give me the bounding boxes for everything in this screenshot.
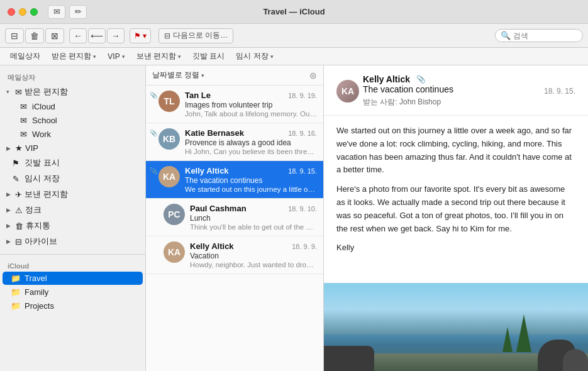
list-item[interactable]: 📎 TL Tan Le 18. 9. 19. Images from volun… <box>146 86 323 123</box>
sidebar-family-label: Family <box>25 287 138 297</box>
move-to-junk-button[interactable]: ⊠ <box>45 28 64 43</box>
sidebar-trash-label: 휴지통 <box>26 220 50 231</box>
flag-button[interactable]: ⚑ ▾ <box>130 28 151 43</box>
sidebar-sent[interactable]: ▶ ✈ 보낸 편지함 <box>3 187 143 202</box>
minimize-button[interactable] <box>19 8 26 16</box>
sidebar-item-travel[interactable]: 📁 Travel <box>3 272 143 285</box>
trash-icon: 🗑 <box>15 221 23 231</box>
search-input[interactable] <box>513 31 577 40</box>
sidebar-travel-label: Travel <box>25 274 138 283</box>
message-date: 18. 9. 19. <box>288 92 317 99</box>
sidebar-item-projects[interactable]: 📁 Projects <box>3 299 143 313</box>
triangle-down-icon: ▾ <box>6 89 13 95</box>
triangle-right-icon: ▶ <box>6 223 13 229</box>
sidebar-archive-label: 아카이브 <box>25 236 57 247</box>
message-content: Katie Bernasek 18. 9. 16. Provence is al… <box>185 128 317 155</box>
forward-button[interactable]: → <box>107 28 125 43</box>
avatar: TL <box>158 91 180 112</box>
list-header: 날짜별로 정렬 ▾ ⊜ <box>146 65 323 86</box>
sidebar: 메일상자 ▾ ✉ 받은 편지함 ✉ iCloud ✉ School ✉ Work… <box>0 65 146 371</box>
app-body: 메일상자 ▾ ✉ 받은 편지함 ✉ iCloud ✉ School ✉ Work… <box>0 65 588 371</box>
mail-icon-button[interactable]: ✉ <box>48 5 65 19</box>
message-subject: Provence is always a good idea <box>185 138 317 147</box>
menu-sent[interactable]: 보낸 편지함 ▾ <box>131 49 186 64</box>
message-sender: Katie Bernasek <box>185 128 244 138</box>
list-item[interactable]: 📎 KB Katie Bernasek 18. 9. 16. Provence … <box>146 123 323 161</box>
reply-button[interactable]: ← <box>69 28 87 43</box>
detail-image <box>324 283 588 371</box>
sidebar-sent-label: 보낸 편지함 <box>25 189 68 200</box>
message-content: Kelly Altick 18. 9. 15. The vacation con… <box>185 166 317 193</box>
window-title: Travel — iCloud <box>263 7 325 16</box>
icloud-section: iCloud 📁 Travel 📁 Family 📁 Projects <box>0 254 145 313</box>
message-subject: The vacation continues <box>185 176 317 185</box>
attachment-icon: 📎 <box>150 92 157 99</box>
message-preview: We started out on this journey a little … <box>185 186 317 193</box>
icloud-section-label: iCloud <box>0 258 145 271</box>
filter-icon[interactable]: ⊜ <box>309 70 317 80</box>
message-sender: Paul Cashman <box>190 204 247 213</box>
tree-element <box>502 327 513 352</box>
avatar: KB <box>158 128 180 150</box>
sidebar-trash[interactable]: ▶ 🗑 휴지통 <box>3 218 143 233</box>
sidebar-inbox-group[interactable]: ▾ ✉ 받은 편지함 <box>3 84 143 99</box>
archive-button[interactable]: ⊟ <box>5 28 24 43</box>
sidebar-item-family[interactable]: 📁 Family <box>3 285 143 299</box>
tree-element <box>516 314 531 352</box>
triangle-right-icon: ▶ <box>6 207 13 213</box>
menu-vip[interactable]: VIP ▾ <box>103 50 130 63</box>
detail-date: 18. 9. 15. <box>544 87 575 96</box>
archive-group: ⊟ 🗑 ⊠ <box>5 28 64 43</box>
detail-subject-line: The vacation continues <box>363 84 453 94</box>
star-icon: ★ <box>15 143 23 153</box>
message-subject: Lunch <box>190 214 317 223</box>
sidebar-item-school[interactable]: ✉ School <box>3 114 143 127</box>
sidebar-junk[interactable]: ▶ ⚠ 정크 <box>3 202 143 218</box>
folder-icon: 📁 <box>10 287 21 297</box>
menu-inbox[interactable]: 받은 편지함 ▾ <box>47 49 101 64</box>
traffic-lights <box>8 8 38 16</box>
mail-icon: ✉ <box>18 130 29 139</box>
message-preview: John, Talk about a lifelong memory. Our … <box>185 110 317 118</box>
message-sender: Kelly Altick <box>190 241 234 251</box>
message-date: 18. 9. 16. <box>288 130 317 137</box>
message-date: 18. 9. 10. <box>288 205 317 213</box>
sidebar-item-icloud[interactable]: ✉ iCloud <box>3 100 143 113</box>
sidebar-inbox-label: 받은 편지함 <box>25 86 68 97</box>
close-button[interactable] <box>8 8 15 16</box>
message-content: Paul Cashman 18. 9. 10. Lunch Think you'… <box>190 204 317 231</box>
sidebar-archive[interactable]: ▶ ⊟ 아카이브 <box>3 234 143 249</box>
message-sender: Tan Le <box>185 91 211 100</box>
sort-button[interactable]: 날짜별로 정렬 ▾ <box>152 70 204 80</box>
list-item[interactable]: KA Kelly Altick 18. 9. 9. Vacation Howdy… <box>146 236 323 274</box>
inbox-icon: ✉ <box>15 87 22 97</box>
sidebar-item-work[interactable]: ✉ Work <box>3 128 143 141</box>
compose-button[interactable]: ✏ <box>69 5 87 19</box>
detail-header: KA Kelly Altick 📎 The vacation continues… <box>324 65 588 116</box>
archive-icon: ⊟ <box>15 237 22 246</box>
chevron-down-icon: ▾ <box>178 53 181 60</box>
list-item[interactable]: 📎 KA Kelly Altick 18. 9. 15. The vacatio… <box>146 161 323 199</box>
sidebar-flag[interactable]: ⚑ 깃발 표시 <box>3 155 143 170</box>
menu-flag[interactable]: 깃발 표시 <box>187 49 230 64</box>
sidebar-school-label: School <box>32 116 138 125</box>
move-dest-button[interactable]: ⊟ 다음으로 이동… <box>158 28 233 43</box>
menu-drafts[interactable]: 임시 저장 ▾ <box>231 49 278 64</box>
sidebar-section-label: 메일상자 <box>0 69 145 84</box>
reply-all-button[interactable]: ⟵ <box>88 28 106 43</box>
detail-to: 받는 사람: John Bishop <box>363 97 453 108</box>
detail-sender: Kelly Altick <box>363 74 410 84</box>
triangle-right-icon: ▶ <box>6 145 13 152</box>
sidebar-vip[interactable]: ▶ ★ VIP <box>3 141 143 155</box>
delete-button[interactable]: 🗑 <box>25 28 44 43</box>
list-item[interactable]: PC Paul Cashman 18. 9. 10. Lunch Think y… <box>146 199 323 236</box>
flag-icon: ⚑ <box>10 158 21 168</box>
sidebar-projects-label: Projects <box>25 301 138 311</box>
sidebar-drafts[interactable]: ✎ 임시 저장 <box>3 171 143 186</box>
sidebar-drafts-label: 임시 저장 <box>25 173 138 184</box>
menu-mailbox[interactable]: 메일상자 <box>5 49 45 64</box>
search-box[interactable]: 🔍 <box>495 29 583 42</box>
search-icon: 🔍 <box>501 31 511 40</box>
maximize-button[interactable] <box>30 8 38 16</box>
folder-icon: 📁 <box>10 301 21 311</box>
